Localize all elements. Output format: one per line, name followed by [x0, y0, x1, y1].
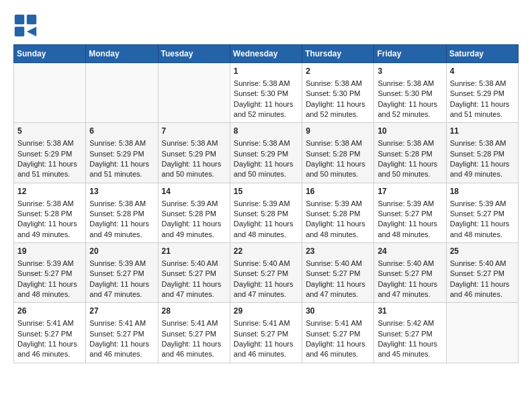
day-info: and 46 minutes. — [450, 289, 515, 300]
day-info: Daylight: 11 hours — [89, 159, 154, 169]
day-info: Daylight: 11 hours — [162, 219, 226, 229]
day-info: and 50 minutes. — [234, 169, 298, 179]
day-info: and 46 minutes. — [306, 349, 370, 359]
calendar-table: SundayMondayTuesdayWednesdayThursdayFrid… — [13, 44, 519, 363]
calendar-cell: 28Sunrise: 5:41 AMSunset: 5:27 PMDayligh… — [158, 303, 230, 363]
day-number: 24 — [378, 246, 442, 257]
day-info: and 48 minutes. — [17, 289, 82, 300]
day-info: Daylight: 11 hours — [306, 219, 370, 229]
calendar-cell: 10Sunrise: 5:38 AMSunset: 5:28 PMDayligh… — [374, 123, 446, 183]
logo-icon — [13, 13, 38, 38]
day-info: Sunset: 5:27 PM — [234, 269, 298, 279]
day-info: and 49 minutes. — [17, 230, 82, 240]
calendar-cell: 3Sunrise: 5:38 AMSunset: 5:30 PMDaylight… — [374, 63, 446, 123]
day-info: Sunset: 5:27 PM — [234, 329, 298, 339]
day-info: and 51 minutes. — [17, 169, 82, 179]
day-info: Sunrise: 5:38 AM — [89, 199, 154, 209]
day-number: 26 — [17, 306, 82, 317]
day-info: and 50 minutes. — [378, 169, 442, 179]
day-info: Sunrise: 5:39 AM — [234, 199, 298, 209]
calendar-cell: 27Sunrise: 5:41 AMSunset: 5:27 PMDayligh… — [86, 303, 158, 363]
day-info: and 46 minutes. — [89, 349, 154, 359]
day-info: Sunrise: 5:38 AM — [450, 138, 515, 148]
calendar-cell: 5Sunrise: 5:38 AMSunset: 5:29 PMDaylight… — [14, 123, 86, 183]
day-info: Sunrise: 5:39 AM — [89, 259, 154, 269]
day-info: Daylight: 11 hours — [162, 159, 226, 169]
calendar-cell: 15Sunrise: 5:39 AMSunset: 5:28 PMDayligh… — [230, 183, 302, 242]
day-info: Sunrise: 5:38 AM — [17, 138, 82, 148]
calendar-cell: 29Sunrise: 5:41 AMSunset: 5:27 PMDayligh… — [230, 303, 302, 363]
day-info: and 47 minutes. — [306, 289, 370, 300]
day-info: Sunset: 5:30 PM — [378, 89, 442, 99]
day-number: 27 — [89, 306, 154, 317]
day-header-saturday: Saturday — [446, 45, 518, 63]
day-info: and 46 minutes. — [17, 349, 82, 359]
day-number: 5 — [17, 126, 82, 137]
day-info: Sunrise: 5:38 AM — [234, 138, 298, 148]
day-info: Sunrise: 5:38 AM — [306, 138, 370, 148]
day-info: Daylight: 11 hours — [450, 219, 515, 229]
day-info: Daylight: 11 hours — [17, 159, 82, 169]
day-number: 13 — [89, 186, 154, 197]
day-info: and 50 minutes. — [162, 169, 226, 179]
calendar-cell: 2Sunrise: 5:38 AMSunset: 5:30 PMDaylight… — [302, 63, 374, 123]
day-number: 19 — [17, 246, 82, 257]
day-info: Daylight: 11 hours — [234, 339, 298, 349]
day-info: Sunrise: 5:38 AM — [162, 138, 226, 148]
calendar-week-row: 1Sunrise: 5:38 AMSunset: 5:30 PMDaylight… — [14, 63, 519, 123]
calendar-week-row: 12Sunrise: 5:38 AMSunset: 5:28 PMDayligh… — [14, 183, 519, 242]
day-info: Sunrise: 5:41 AM — [89, 318, 154, 328]
day-info: and 47 minutes. — [378, 289, 442, 300]
day-info: Sunrise: 5:40 AM — [378, 259, 442, 269]
day-info: Sunset: 5:27 PM — [162, 269, 226, 279]
svg-rect-2 — [27, 15, 36, 24]
day-info: Daylight: 11 hours — [17, 279, 82, 289]
day-info: Sunrise: 5:38 AM — [378, 79, 442, 89]
day-info: Daylight: 11 hours — [89, 219, 154, 229]
day-info: Sunset: 5:28 PM — [17, 209, 82, 219]
day-info: Sunrise: 5:41 AM — [234, 318, 298, 328]
day-info: and 49 minutes. — [162, 230, 226, 240]
day-info: Sunrise: 5:39 AM — [450, 199, 515, 209]
calendar-week-row: 26Sunrise: 5:41 AMSunset: 5:27 PMDayligh… — [14, 303, 519, 363]
day-info: Sunset: 5:28 PM — [306, 209, 370, 219]
day-info: and 48 minutes. — [378, 230, 442, 240]
calendar-cell — [86, 63, 158, 123]
day-info: Sunset: 5:27 PM — [306, 269, 370, 279]
day-info: Sunrise: 5:39 AM — [17, 259, 82, 269]
day-info: Daylight: 11 hours — [306, 339, 370, 349]
day-info: and 46 minutes. — [162, 349, 226, 359]
day-info: and 48 minutes. — [234, 230, 298, 240]
day-info: Sunrise: 5:40 AM — [234, 259, 298, 269]
day-info: Daylight: 11 hours — [162, 279, 226, 289]
calendar-cell: 14Sunrise: 5:39 AMSunset: 5:28 PMDayligh… — [158, 183, 230, 242]
day-number: 4 — [450, 66, 515, 77]
day-info: Sunrise: 5:41 AM — [162, 318, 226, 328]
calendar-cell: 7Sunrise: 5:38 AMSunset: 5:29 PMDaylight… — [158, 123, 230, 183]
calendar-cell: 9Sunrise: 5:38 AMSunset: 5:28 PMDaylight… — [302, 123, 374, 183]
day-info: Sunset: 5:27 PM — [89, 269, 154, 279]
day-number: 6 — [89, 126, 154, 137]
day-info: Sunrise: 5:38 AM — [234, 79, 298, 89]
day-info: and 48 minutes. — [306, 230, 370, 240]
day-header-tuesday: Tuesday — [158, 45, 230, 63]
day-info: Daylight: 11 hours — [378, 339, 442, 349]
day-info: Sunset: 5:27 PM — [450, 209, 515, 219]
calendar-cell: 30Sunrise: 5:41 AMSunset: 5:27 PMDayligh… — [302, 303, 374, 363]
logo — [13, 13, 40, 38]
day-info: Sunrise: 5:39 AM — [162, 199, 226, 209]
day-number: 2 — [306, 66, 370, 77]
day-number: 12 — [17, 186, 82, 197]
day-info: and 51 minutes. — [89, 169, 154, 179]
calendar-cell: 16Sunrise: 5:39 AMSunset: 5:28 PMDayligh… — [302, 183, 374, 242]
day-info: Sunrise: 5:41 AM — [17, 318, 82, 328]
day-info: Sunset: 5:28 PM — [306, 149, 370, 159]
day-number: 16 — [306, 186, 370, 197]
day-info: and 49 minutes. — [89, 230, 154, 240]
calendar-cell: 21Sunrise: 5:40 AMSunset: 5:27 PMDayligh… — [158, 243, 230, 303]
day-info: Sunset: 5:28 PM — [89, 209, 154, 219]
day-number: 15 — [234, 186, 298, 197]
day-info: and 49 minutes. — [450, 169, 515, 179]
calendar-cell: 19Sunrise: 5:39 AMSunset: 5:27 PMDayligh… — [14, 243, 86, 303]
calendar-cell: 12Sunrise: 5:38 AMSunset: 5:28 PMDayligh… — [14, 183, 86, 242]
